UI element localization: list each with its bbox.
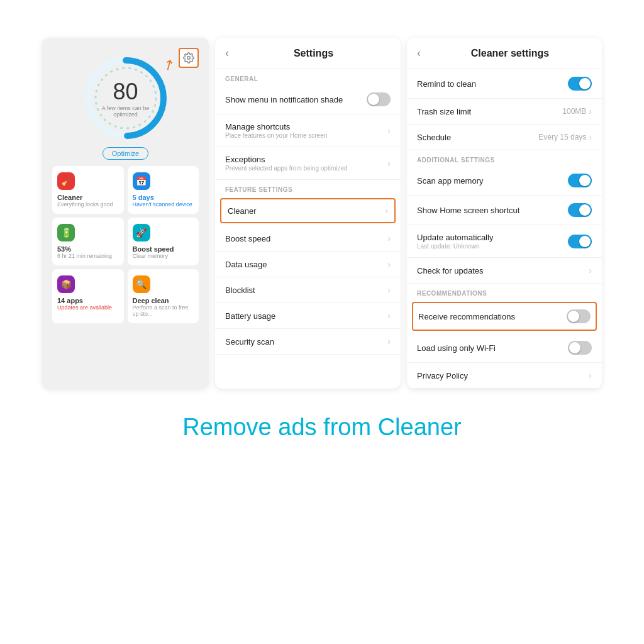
remind-clean-toggle[interactable] [568, 77, 592, 91]
battery-cell[interactable]: 🔋 53% 6 hr 21 min remaining [52, 218, 124, 265]
days-sub: Haven't scanned device [133, 201, 194, 208]
trash-size-row[interactable]: Trash size limit 100MB › [407, 99, 602, 125]
exceptions-title: Exceptions [225, 155, 387, 164]
remind-clean-title: Remind to clean [417, 79, 568, 89]
wifi-only-title: Load using only Wi-Fi [417, 343, 568, 353]
settings-panel: ‹ Settings GENERAL Show menu in notifica… [215, 38, 401, 389]
blocklist-title: Blocklist [225, 286, 387, 295]
cleaner-cell[interactable]: 🧹 Cleaner Everything looks good [52, 166, 124, 214]
security-scan-chevron: › [387, 336, 391, 347]
deepclean-sub: Perform a scan to free up sto... [133, 304, 194, 317]
cleaner-settings-header: ‹ Cleaner settings [407, 38, 602, 69]
check-updates-chevron: › [589, 265, 592, 275]
gear-icon-box[interactable] [179, 48, 199, 68]
boost-speed-chevron: › [387, 233, 391, 243]
exceptions-sub: Prevent selected apps from being optimiz… [225, 165, 387, 172]
trash-size-value: 100MB [562, 107, 586, 116]
update-auto-row[interactable]: Update automatically Last update: Unknow… [407, 225, 602, 258]
score-number: 80 [113, 79, 138, 105]
gear-icon [183, 52, 194, 64]
check-updates-title: Check for updates [417, 266, 589, 275]
scan-memory-toggle[interactable] [568, 174, 592, 187]
back-button[interactable]: ‹ [225, 47, 229, 60]
battery-usage-title: Battery usage [225, 311, 387, 321]
apps-sub: Updates are available [57, 304, 119, 311]
deepclean-icon: 🔍 [133, 275, 150, 293]
scan-memory-row[interactable]: Scan app memory [407, 166, 602, 196]
days-title: 5 days [133, 194, 194, 201]
optimize-button[interactable]: Optimize [103, 147, 148, 160]
additional-settings-label: ADDITIONAL SETTINGS [407, 150, 602, 166]
cleaner-back-button[interactable]: ‹ [417, 47, 421, 60]
home-shortcut-row[interactable]: Show Home screen shortcut [407, 196, 602, 225]
battery-icon: 🔋 [57, 224, 75, 242]
check-updates-row[interactable]: Check for updates › [407, 258, 602, 284]
calendar-icon: 📅 [133, 172, 150, 190]
general-label: GENERAL [215, 69, 401, 85]
home-shortcut-title: Show Home screen shortcut [417, 206, 568, 215]
cleaner-sub: Everything looks good [57, 201, 119, 208]
privacy-policy-title: Privacy Policy [417, 371, 589, 380]
cleaner-row-highlight: Cleaner › [220, 198, 396, 223]
deepclean-title: Deep clean [133, 297, 194, 304]
feature-label: FEATURE SETTINGS [215, 180, 401, 196]
boost-sub: Clear memory [133, 253, 194, 259]
score-circle: 80 A few items can be optimized [82, 54, 170, 142]
show-menu-title: Show menu in notification shade [225, 95, 367, 104]
data-usage-title: Data usage [225, 260, 387, 269]
app-grid: 🧹 Cleaner Everything looks good 📅 5 days… [52, 166, 199, 323]
battery-sub: 6 hr 21 min remaining [57, 253, 119, 259]
svg-point-0 [187, 57, 191, 60]
schedule-row[interactable]: Schedule Every 15 days › [407, 125, 602, 150]
home-shortcut-toggle[interactable] [568, 203, 592, 217]
cleaner-settings-title: Cleaner settings [428, 48, 592, 59]
data-usage-chevron: › [387, 259, 391, 269]
cleaner-chevron: › [385, 206, 388, 216]
settings-header: ‹ Settings [215, 38, 401, 69]
score-subtitle: A few items can be optimized [101, 105, 151, 118]
receive-rec-toggle[interactable] [567, 309, 591, 323]
exceptions-chevron: › [387, 158, 391, 169]
settings-title: Settings [236, 48, 391, 59]
receive-rec-title: Receive recommendations [418, 312, 567, 321]
trash-size-title: Trash size limit [417, 107, 562, 116]
wifi-only-row[interactable]: Load using only Wi-Fi [407, 333, 602, 363]
show-menu-toggle[interactable] [367, 92, 391, 106]
privacy-policy-row[interactable]: Privacy Policy › [407, 363, 602, 389]
show-menu-row[interactable]: Show menu in notification shade [215, 85, 401, 114]
receive-rec-highlight: Receive recommendations [412, 302, 597, 331]
data-usage-row[interactable]: Data usage › [215, 252, 401, 277]
cleaner-settings-panel: ‹ Cleaner settings Remind to clean Trash… [407, 38, 602, 389]
update-auto-title: Update automatically [417, 233, 568, 242]
battery-usage-row[interactable]: Battery usage › [215, 303, 401, 329]
wifi-only-toggle[interactable] [568, 341, 592, 355]
boost-cell[interactable]: 🚀 Boost speed Clear memory [128, 218, 199, 265]
recommendations-label: RECOMMENDATIONS [407, 284, 602, 299]
cleaner-row[interactable]: Cleaner › [221, 199, 394, 222]
update-auto-sub: Last update: Unknown [417, 243, 568, 250]
deepclean-cell[interactable]: 🔍 Deep clean Perform a scan to free up s… [128, 269, 199, 323]
security-scan-title: Security scan [225, 337, 387, 347]
schedule-chevron: › [589, 132, 592, 142]
cleaner-app-panel: ↗ 80 A few items can be optimized Optimi… [42, 38, 209, 389]
manage-shortcuts-row[interactable]: Manage shortcuts Place features on your … [215, 114, 401, 147]
blocklist-row[interactable]: Blocklist › [215, 277, 401, 303]
apps-cell[interactable]: 📦 14 apps Updates are available [52, 269, 124, 323]
security-scan-row[interactable]: Security scan › [215, 329, 401, 355]
exceptions-row[interactable]: Exceptions Prevent selected apps from be… [215, 147, 401, 180]
remind-clean-row[interactable]: Remind to clean [407, 69, 602, 99]
update-auto-toggle[interactable] [568, 235, 592, 248]
scan-memory-title: Scan app memory [417, 176, 568, 186]
privacy-policy-chevron: › [589, 370, 592, 380]
days-cell[interactable]: 📅 5 days Haven't scanned device [128, 166, 199, 214]
blocklist-chevron: › [387, 285, 391, 295]
manage-shortcuts-sub: Place features on your Home screen [225, 132, 387, 139]
receive-rec-row[interactable]: Receive recommendations [413, 303, 596, 330]
battery-usage-chevron: › [387, 311, 391, 321]
cleaner-icon: 🧹 [57, 172, 75, 190]
boost-title: Boost speed [133, 245, 194, 253]
boost-speed-title: Boost speed [225, 234, 387, 243]
schedule-title: Schedule [417, 133, 538, 142]
apps-icon: 📦 [57, 275, 75, 293]
boost-speed-row[interactable]: Boost speed › [215, 226, 401, 252]
